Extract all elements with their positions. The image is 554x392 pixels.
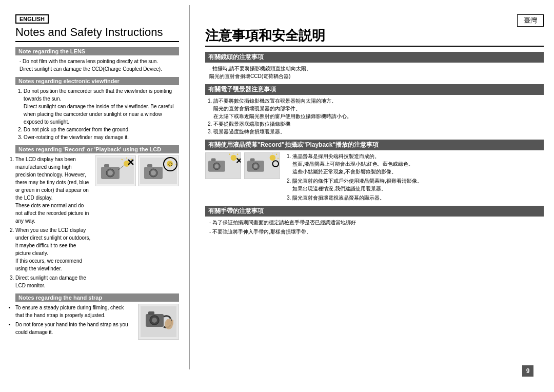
svg-point-25 — [152, 318, 157, 323]
lens-content: Do not film with the camera lens pointin… — [15, 57, 179, 73]
svg-rect-27 — [167, 319, 169, 325]
handstrap-section-left: To ensure a steady picture during filmin… — [15, 304, 179, 340]
viewfinder-content-zh: 請不要將數位攝錄影機放置在覗景器朝向太陽的地方。陽光的直射會損壞覗景器的內部零件… — [205, 97, 544, 135]
lens-header-zh: 有關鏡頭的注意事項 — [205, 52, 544, 63]
svg-rect-28 — [169, 319, 171, 325]
bad-indicator: ✕ — [127, 157, 134, 168]
svg-point-3 — [108, 170, 113, 175]
svg-rect-15 — [147, 164, 152, 167]
main-title-right: 注意事項和安全説明 — [205, 28, 544, 47]
svg-rect-23 — [148, 311, 154, 315]
lcd-header-left: Notes regarding 'Record' or 'Playback' u… — [15, 145, 179, 153]
svg-point-33 — [214, 164, 219, 168]
svg-rect-45 — [250, 159, 255, 162]
lcd-bad-image-zh: ✕ — [205, 152, 241, 179]
taiwan-badge: 臺灣 — [517, 14, 544, 27]
english-badge: ENGLISH — [15, 14, 49, 24]
lcd-images-left: ✕ — [95, 155, 179, 289]
right-column: 臺灣 注意事項和安全説明 有關鏡頭的注意事項 拍攝時,請不要將攝影機鏡頭直接朝向… — [190, 5, 554, 369]
lcd-ok-image-zh — [244, 152, 280, 179]
svg-text:✕: ✕ — [235, 156, 241, 165]
lens-content-zh: 拍攝時,請不要將攝影機鏡頭直接朝向太陽。陽光的直射會損壞CCD(電荷耦合器) — [205, 65, 544, 80]
page-number: 9 — [522, 365, 533, 377]
handstrap-image-left — [138, 304, 179, 340]
svg-point-14 — [151, 170, 156, 175]
handstrap-content-zh: 為了保証拍攝期間畫面的穩定請檢查手帶是否已經調適當地綁好 不要強迫將手伸入手帶內… — [205, 219, 544, 236]
handstrap-header-left: Notes regarding the hand strap — [15, 293, 179, 302]
left-column: ENGLISH Notes and Safety Instructions No… — [0, 5, 190, 369]
viewfinder-header-zh: 有關電子覗景器注意事項 — [205, 84, 544, 95]
main-title-left: Notes and Safety Instructions — [15, 26, 179, 42]
lcd-section-zh: ✕ — [205, 152, 544, 202]
handstrap-header-zh: 有關手帶的注意事項 — [205, 206, 544, 217]
svg-rect-29 — [172, 320, 173, 325]
lcd-header-zh: 有關使用液晶螢幕"Record"拍攝或"Playback"播放的注意事項 — [205, 140, 544, 150]
lcd-bad-image: ✕ — [95, 155, 136, 186]
viewfinder-content: Do not position the camcorder such that … — [15, 87, 179, 141]
lens-header: Note regarding the LENS — [15, 47, 179, 55]
svg-rect-4 — [104, 164, 109, 167]
svg-rect-34 — [211, 159, 216, 162]
svg-point-46 — [270, 155, 276, 161]
svg-point-44 — [253, 164, 258, 168]
lcd-section-left: The LCD display has been manufactured us… — [15, 155, 179, 289]
viewfinder-header: Notes regarding electronic viewfinder — [15, 77, 179, 85]
lcd-ok-image: ○ — [138, 155, 179, 186]
taiwan-header: 臺灣 — [205, 14, 544, 27]
